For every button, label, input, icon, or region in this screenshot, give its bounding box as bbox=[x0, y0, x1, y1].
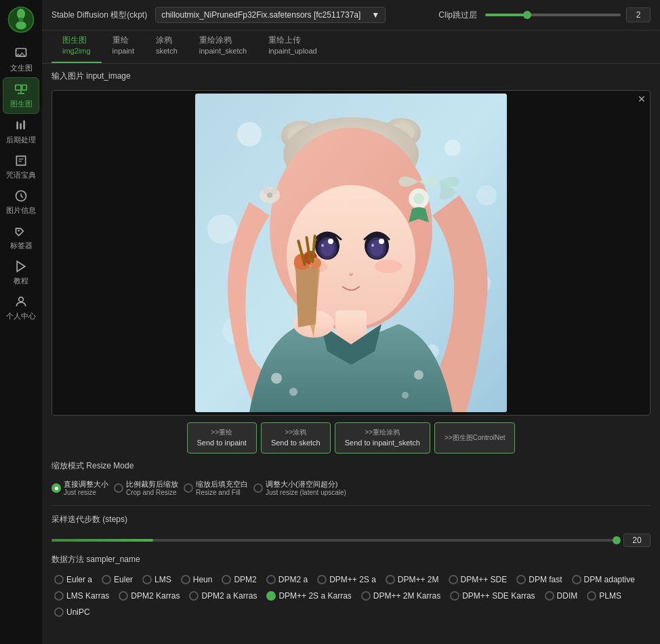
sidebar-label-houqi: 后期处理 bbox=[6, 135, 36, 145]
sidebar-item-geren[interactable]: 个人中心 bbox=[3, 290, 39, 325]
sidebar-label-jiaocheng: 教程 bbox=[14, 276, 28, 286]
radio-crop-resize bbox=[114, 483, 123, 493]
resize-option-latent-upscale[interactable]: 调整大小(潜空间超分) Just resize (latent upscale) bbox=[253, 480, 346, 497]
send-btn-to-inpaint-sketch[interactable]: >>重绘涂鸦Send to inpaint_sketch bbox=[335, 422, 430, 454]
sampler-option-dpmpp-sde[interactable]: DPM++ SDE bbox=[446, 573, 510, 586]
resize-option-resize-fill[interactable]: 缩放后填充空白 Resize and Fill bbox=[184, 480, 248, 497]
sampler-radio-euler bbox=[102, 575, 111, 584]
tab-zh-inpaint: 重绘 bbox=[112, 35, 129, 46]
sampler-option-dpm2[interactable]: DPM2 bbox=[219, 573, 259, 586]
resize-mode-options: 直接调整大小 Just resize 比例裁剪后缩放 Crop and Resi… bbox=[51, 480, 651, 497]
wentu-icon bbox=[14, 46, 28, 61]
sampler-radio-dpmpp-sde-karras bbox=[450, 591, 459, 601]
resize-option-crop-resize[interactable]: 比例裁剪后缩放 Crop and Resize bbox=[114, 480, 178, 497]
sampler-option-dpmpp-2s-a-karras[interactable]: DPM++ 2S a Karras bbox=[264, 590, 354, 602]
resize-mode-section: 缩放模式 Resize Mode 直接调整大小 Just resize 比例裁剪… bbox=[51, 460, 651, 497]
model-label: Stable Diffusion 模型(ckpt) bbox=[51, 9, 147, 21]
sampler-label-dpmpp-sde: DPM++ SDE bbox=[461, 575, 508, 584]
sampler-radio-dpmpp-2s-a-karras bbox=[266, 591, 276, 601]
tab-en-sketch: sketch bbox=[156, 46, 178, 56]
tab-inpaint_upload[interactable]: 重绘上传 inpaint_upload bbox=[257, 31, 328, 63]
sampler-label-dpm2-karras: DPM2 Karras bbox=[131, 591, 180, 601]
sampler-label-dpmpp-2m: DPM++ 2M bbox=[398, 575, 439, 584]
sampler-radio-dpmpp-2m-karras bbox=[361, 591, 371, 601]
image-container[interactable]: ✕ bbox=[51, 90, 651, 416]
tab-img2img[interactable]: 图生图 img2img bbox=[51, 31, 102, 63]
send-btn-to-sketch[interactable]: >>涂鸦Send to sketch bbox=[261, 422, 331, 454]
model-select[interactable]: chilloutmix_NiPrunedFp32Fix.safetensors … bbox=[155, 7, 386, 23]
svg-point-4 bbox=[16, 22, 26, 30]
btn-line1-to-inpaint: >>重绘 bbox=[197, 427, 247, 437]
steps-slider[interactable] bbox=[51, 539, 617, 542]
sampler-option-dpm2-karras[interactable]: DPM2 Karras bbox=[116, 590, 182, 602]
tab-inpaint[interactable]: 重绘 inpaint bbox=[102, 31, 145, 63]
sampler-label-heun: Heun bbox=[193, 575, 213, 584]
sampler-option-euler[interactable]: Euler bbox=[99, 573, 136, 586]
sampler-option-lms[interactable]: LMS bbox=[140, 573, 174, 586]
svg-marker-14 bbox=[17, 262, 25, 272]
sidebar-label-zhoushu: 咒语宝典 bbox=[6, 170, 36, 180]
sidebar-item-wentu[interactable]: 文生图 bbox=[3, 42, 39, 77]
close-icon[interactable]: ✕ bbox=[638, 94, 646, 104]
sampler-option-ddim[interactable]: DDIM bbox=[542, 590, 581, 602]
sampler-radio-heun bbox=[181, 575, 190, 584]
svg-point-46 bbox=[375, 260, 402, 273]
sidebar-item-biaoqian[interactable]: 标签器 bbox=[3, 220, 39, 255]
resize-option-just-resize[interactable]: 直接调整大小 Just resize bbox=[51, 480, 108, 497]
sampler-radio-plms bbox=[587, 591, 596, 601]
svg-point-13 bbox=[18, 230, 20, 232]
sampler-label-euler: Euler bbox=[114, 575, 133, 584]
clip-slider[interactable] bbox=[485, 14, 621, 16]
sampler-option-plms[interactable]: PLMS bbox=[584, 590, 624, 602]
sampler-option-unipc[interactable]: UniPC bbox=[51, 606, 93, 618]
sidebar-item-jiaocheng[interactable]: 教程 bbox=[3, 255, 39, 290]
svg-point-39 bbox=[321, 244, 324, 247]
svg-point-15 bbox=[19, 297, 24, 302]
sampler-option-dpm2-a-karras[interactable]: DPM2 a Karras bbox=[186, 590, 260, 602]
sidebar-item-houqi[interactable]: 后期处理 bbox=[3, 114, 39, 149]
steps-value[interactable]: 20 bbox=[623, 534, 651, 547]
send-buttons-row: >>重绘Send to inpaint>>涂鸦Send to sketch>>重… bbox=[51, 422, 651, 454]
sampler-option-dpm2-a[interactable]: DPM2 a bbox=[264, 573, 310, 586]
sampler-option-dpmpp-sde-karras[interactable]: DPM++ SDE Karras bbox=[447, 590, 537, 602]
sidebar-item-tusheng[interactable]: 图生图 bbox=[3, 77, 39, 114]
resize-mode-label: 缩放模式 Resize Mode bbox=[51, 460, 651, 472]
sampler-option-dpmpp-2m[interactable]: DPM++ 2M bbox=[383, 573, 442, 586]
sampler-label-dpmpp-sde-karras: DPM++ SDE Karras bbox=[462, 591, 535, 601]
send-btn-to-controlnet[interactable]: >>图生图ControlNet bbox=[434, 422, 515, 454]
sampler-option-heun[interactable]: Heun bbox=[178, 573, 215, 586]
sidebar-item-zhoushu[interactable]: 咒语宝典 bbox=[3, 149, 39, 184]
sampler-option-dpmpp-2s-a[interactable]: DPM++ 2S a bbox=[314, 573, 379, 586]
tab-en-inpaint: inpaint bbox=[112, 46, 134, 56]
sampler-option-dpmpp-2m-karras[interactable]: DPM++ 2M Karras bbox=[358, 590, 443, 602]
sampler-radio-unipc bbox=[54, 607, 64, 617]
tusheng-icon bbox=[14, 82, 28, 97]
sidebar-label-wentu: 文生图 bbox=[10, 63, 33, 73]
sampler-label-dpmpp-2s-a-karras: DPM++ 2S a Karras bbox=[279, 591, 351, 601]
sampler-label-ddim: DDIM bbox=[557, 591, 578, 601]
resize-zh-resize-fill: 缩放后填充空白 bbox=[196, 480, 248, 489]
sampler-radio-dpm2-a bbox=[266, 575, 276, 584]
sampler-label-lms: LMS bbox=[154, 575, 171, 584]
sampler-option-dpm-fast[interactable]: DPM fast bbox=[514, 573, 564, 586]
sidebar-item-tupian[interactable]: 图片信息 bbox=[3, 184, 39, 220]
sidebar-label-geren: 个人中心 bbox=[6, 311, 36, 321]
zhoushu-icon bbox=[14, 153, 28, 168]
tab-sketch[interactable]: 涂鸦 sketch bbox=[145, 31, 188, 63]
svg-rect-8 bbox=[22, 85, 27, 89]
tab-zh-inpaint_sketch: 重绘涂鸦 bbox=[199, 35, 232, 46]
sampler-label-dpm2-a-karras: DPM2 a Karras bbox=[201, 591, 257, 601]
sampler-option-euler-a[interactable]: Euler a bbox=[51, 573, 95, 586]
sampler-option-lms-karras[interactable]: LMS Karras bbox=[51, 590, 112, 602]
clip-value[interactable]: 2 bbox=[626, 7, 651, 22]
send-btn-to-inpaint[interactable]: >>重绘Send to inpaint bbox=[187, 422, 257, 454]
sampler-option-dpm-adaptive[interactable]: DPM adaptive bbox=[569, 573, 638, 586]
clip-label: Clip跳过层 bbox=[438, 9, 477, 21]
sampler-label-dpmpp-2s-a: DPM++ 2S a bbox=[329, 575, 376, 584]
tab-inpaint_sketch[interactable]: 重绘涂鸦 inpaint_sketch bbox=[188, 31, 257, 63]
sampler-radio-euler-a bbox=[54, 575, 64, 584]
steps-slider-fill bbox=[51, 539, 153, 542]
geren-icon bbox=[14, 294, 28, 309]
resize-en-latent-upscale: Just resize (latent upscale) bbox=[266, 489, 346, 497]
btn-line2-to-inpaint: Send to inpaint bbox=[197, 437, 247, 449]
